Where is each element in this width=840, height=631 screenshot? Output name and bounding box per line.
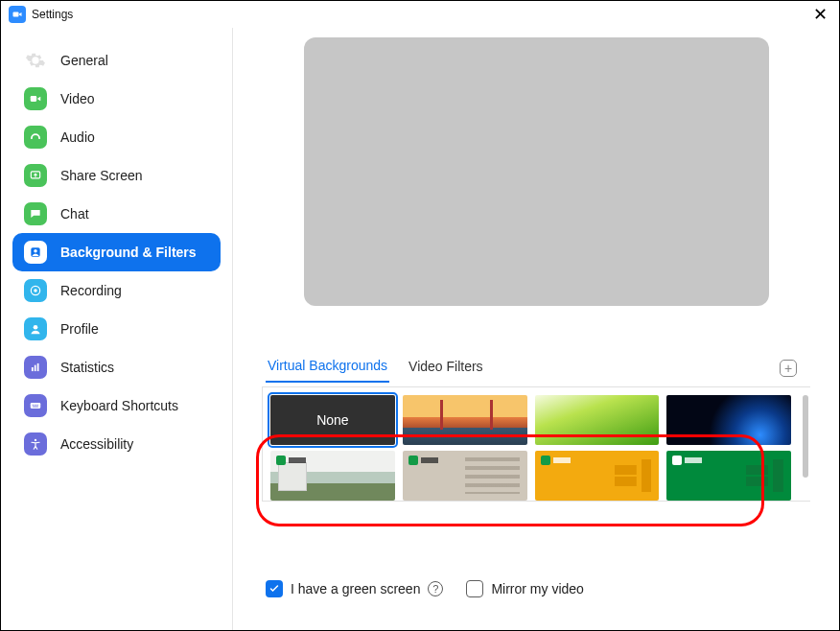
bg-thumb-campus[interactable] [270,451,395,501]
bg-thumb-green[interactable] [666,451,791,501]
sidebar-item-chat[interactable]: Chat [12,195,221,233]
sidebar-item-background-filters[interactable]: Background & Filters [12,233,221,271]
bg-thumb-yellow[interactable] [535,451,660,501]
svg-point-17 [35,439,36,441]
bg-thumb-earth[interactable] [666,395,791,445]
gear-icon [24,49,47,72]
sidebar-item-audio[interactable]: Audio [12,118,221,156]
profile-icon [24,317,47,340]
sidebar-item-label: Video [60,91,95,106]
tabs-row: Virtual Backgrounds Video Filters + [262,354,810,383]
add-background-button[interactable]: + [780,360,797,377]
settings-sidebar: General Video Audio Share Screen Chat Ba… [1,28,233,630]
accessibility-icon [24,432,47,456]
mirror-video-label: Mirror my video [491,581,583,596]
help-icon[interactable]: ? [428,581,443,596]
bg-thumb-beige[interactable] [403,451,527,501]
share-screen-icon [24,164,47,187]
svg-rect-8 [32,367,34,371]
svg-point-4 [34,249,37,253]
sidebar-item-share-screen[interactable]: Share Screen [12,156,221,195]
sidebar-item-label: Recording [60,283,122,298]
statistics-icon [24,356,47,379]
bg-thumb-label: None [270,395,395,445]
sidebar-item-recording[interactable]: Recording [12,271,221,310]
sidebar-item-label: Accessibility [60,436,133,452]
close-icon[interactable]: ✕ [809,6,831,23]
titlebar: Settings ✕ [1,1,839,28]
sidebar-item-label: General [60,53,108,68]
app-icon [9,6,26,23]
sidebar-item-statistics[interactable]: Statistics [12,348,221,386]
svg-rect-9 [35,365,36,371]
sidebar-item-label: Background & Filters [60,245,197,260]
svg-rect-14 [35,405,36,406]
svg-rect-13 [34,405,35,406]
green-screen-label: I have a green screen [291,581,420,596]
bottom-controls: I have a green screen ? Mirror my video [262,580,810,597]
sidebar-item-label: Statistics [60,360,114,375]
sidebar-item-accessibility[interactable]: Accessibility [12,425,221,463]
scrollbar[interactable] [803,395,808,493]
video-icon [24,87,47,110]
sidebar-item-label: Keyboard Shortcuts [60,398,178,413]
recording-icon [24,279,47,302]
svg-rect-12 [33,405,34,406]
bg-thumb-none[interactable]: None [270,395,395,445]
sidebar-item-label: Chat [60,206,89,222]
tab-virtual-backgrounds[interactable]: Virtual Backgrounds [266,354,389,383]
sidebar-item-general[interactable]: General [12,41,221,80]
svg-rect-16 [33,407,38,408]
sidebar-item-video[interactable]: Video [12,80,221,118]
svg-point-6 [34,289,37,292]
video-preview [304,37,769,306]
background-filters-panel: Virtual Backgrounds Video Filters + None [233,28,839,630]
svg-rect-11 [31,403,41,409]
audio-icon [24,126,47,149]
svg-point-7 [34,325,38,330]
bg-thumb-grass[interactable] [535,395,660,445]
background-thumbnails: None [262,386,810,502]
sidebar-item-label: Audio [60,129,95,145]
svg-rect-1 [31,96,36,102]
chat-icon [24,202,47,225]
svg-rect-15 [37,405,38,406]
bg-thumb-golden-gate[interactable] [403,395,527,445]
window-title: Settings [32,8,73,21]
green-screen-checkbox[interactable] [266,580,283,597]
background-filters-icon [24,241,47,264]
sidebar-item-label: Share Screen [60,168,143,183]
tab-video-filters[interactable]: Video Filters [407,355,485,382]
sidebar-item-profile[interactable]: Profile [12,310,221,348]
svg-rect-0 [13,12,19,17]
mirror-video-checkbox[interactable] [466,580,483,597]
keyboard-icon [24,394,47,417]
sidebar-item-keyboard-shortcuts[interactable]: Keyboard Shortcuts [12,386,221,425]
sidebar-item-label: Profile [60,321,99,337]
svg-rect-10 [37,363,39,371]
